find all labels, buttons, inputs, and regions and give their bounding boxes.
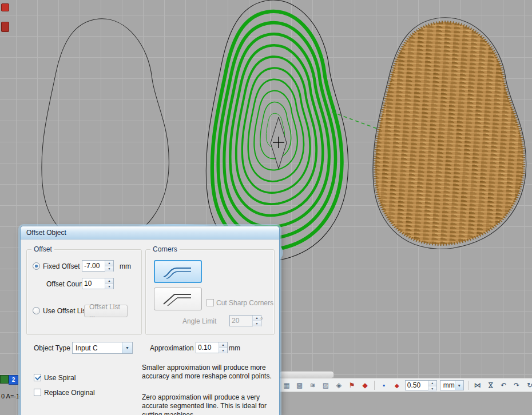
sharp-corner-icon: [161, 291, 195, 307]
replace-original-label: Replace Original: [44, 389, 95, 397]
offset-count-spinner: ▲ ▼: [105, 278, 113, 289]
spinner-down-icon[interactable]: ▼: [105, 284, 113, 289]
corners-group: Corners Cut Sharp Corners Angle Limit: [145, 249, 275, 335]
spinner-up-icon[interactable]: ▲: [105, 261, 113, 266]
exit-point-icon[interactable]: ◆: [392, 380, 402, 390]
fixed-offset-unit: mm: [120, 262, 131, 270]
dropdown-arrow-icon: ▼: [122, 342, 132, 353]
units-select[interactable]: mm ▼: [440, 380, 464, 390]
spinner-down-icon[interactable]: ▼: [253, 321, 261, 326]
stitch-density-icon[interactable]: ≋: [308, 380, 318, 390]
application-canvas: 2 0 A=-14 ▦ ▩ ≋ ▨ ◈ ⚑ ◆ ▪ ◆ ▲ ▼ mm ▼ ⋈ ⋈…: [0, 0, 532, 415]
outline-shape[interactable]: [42, 19, 169, 246]
approximation-note-1: Smaller approximation will produce more …: [142, 364, 275, 381]
cut-sharp-corners-label: Cut Sharp Corners: [216, 299, 273, 307]
dropdown-arrow-icon: ▼: [455, 381, 463, 390]
rounded-corners-button[interactable]: [154, 260, 202, 283]
horizontal-scrollbar[interactable]: [279, 371, 334, 378]
approximation-unit: mm: [229, 344, 240, 352]
offset-group-label: Offset: [31, 245, 54, 253]
stitched-shape[interactable]: [373, 18, 526, 249]
object-type-value: Input C: [76, 344, 98, 352]
rotate-left-icon[interactable]: ↶: [498, 380, 509, 390]
use-spiral-checkbox[interactable]: [34, 374, 41, 381]
fixed-offset-label: Fixed Offset: [43, 262, 80, 270]
fixed-offset-spinbox: ▲ ▼: [82, 260, 114, 272]
statusbar-filler: [279, 392, 532, 415]
approximation-spinner: ▲ ▼: [219, 342, 227, 353]
docked-red-tool-icon[interactable]: [1, 3, 9, 11]
rounded-corner-icon: [161, 264, 195, 280]
width-spinbox: ▲ ▼: [405, 380, 437, 390]
approximation-input[interactable]: [196, 342, 219, 353]
offset-count-spinbox: ▲ ▼: [82, 278, 114, 289]
offset-count-label: Offset Count: [46, 280, 85, 288]
reshape-icon[interactable]: ◈: [334, 380, 344, 390]
units-value: mm: [443, 381, 455, 389]
mirror-vertical-icon[interactable]: ⋈: [485, 380, 495, 390]
grid-icon[interactable]: ▦: [281, 380, 292, 390]
mirror-horizontal-icon[interactable]: ⋈: [473, 380, 483, 390]
use-spiral-label: Use Spiral: [44, 374, 76, 382]
connector-flag-icon[interactable]: ⚑: [347, 380, 357, 390]
corners-group-label: Corners: [150, 245, 180, 253]
bottom-toolbar: ▦ ▩ ≋ ▨ ◈ ⚑ ◆ ▪ ◆ ▲ ▼ mm ▼ ⋈ ⋈ ↶ ↷ ↻: [279, 378, 532, 392]
width-spinner: ▲ ▼: [428, 381, 436, 390]
dialog-titlebar[interactable]: Offset Object: [21, 226, 279, 240]
angle-limit-spinner: ▲ ▼: [252, 316, 261, 326]
break-apart-icon[interactable]: ◆: [360, 380, 370, 390]
offset-group: Offset Fixed Offset ▲ ▼ mm Offset Count …: [26, 249, 142, 335]
spinner-up-icon[interactable]: ▲: [219, 342, 227, 348]
rotate-reset-icon[interactable]: ↻: [525, 380, 532, 390]
rotate-right-icon[interactable]: ↷: [511, 380, 522, 390]
offset-list-button[interactable]: Offset List ...: [84, 305, 128, 317]
fixed-offset-radio[interactable]: [33, 262, 40, 270]
use-offset-list-radio[interactable]: [33, 307, 40, 314]
approximation-spinbox: ▲ ▼: [196, 342, 228, 353]
layer-color-swatch[interactable]: [0, 375, 9, 384]
cut-sharp-corners-checkbox[interactable]: [207, 299, 214, 306]
spinner-down-icon[interactable]: ▼: [428, 386, 436, 392]
offset-object-dialog: Offset Object Offset Fixed Offset ▲ ▼ mm…: [20, 226, 280, 415]
object-type-label: Object Type: [34, 344, 70, 352]
spinner-up-icon[interactable]: ▲: [105, 278, 113, 284]
offset-count-input[interactable]: [82, 278, 105, 289]
approximation-label: Approximation: [150, 344, 194, 352]
sharp-corners-button[interactable]: [154, 288, 202, 310]
layer-number-badge[interactable]: 2: [9, 375, 18, 385]
spinner-down-icon[interactable]: ▼: [105, 266, 113, 272]
dialog-body: Offset Fixed Offset ▲ ▼ mm Offset Count …: [21, 239, 279, 415]
fixed-offset-input[interactable]: [82, 261, 105, 271]
dialog-title: Offset Object: [26, 229, 66, 237]
approximation-note-2: Zero approximation will produce a very a…: [142, 393, 275, 415]
toolbar-separator: [374, 381, 375, 390]
mesh-icon[interactable]: ▩: [295, 380, 305, 390]
angle-limit-unit: °: [260, 316, 263, 324]
entry-point-icon[interactable]: ▪: [379, 380, 389, 390]
replace-original-checkbox[interactable]: [34, 389, 41, 396]
angle-limit-input[interactable]: [230, 316, 252, 326]
angle-limit-label: Angle Limit: [182, 317, 216, 325]
width-value-input[interactable]: [406, 381, 428, 390]
fill-pattern-icon[interactable]: ▨: [321, 380, 331, 390]
object-type-select[interactable]: Input C ▼: [72, 342, 133, 354]
spinner-up-icon[interactable]: ▲: [253, 316, 261, 321]
toolbar-separator: [468, 381, 469, 390]
angle-limit-spinbox: ▲ ▼: [229, 315, 261, 326]
use-offset-list-label: Use Offset List: [43, 307, 88, 315]
fixed-offset-spinner: ▲ ▼: [105, 261, 113, 271]
spinner-down-icon[interactable]: ▼: [219, 348, 227, 353]
spinner-up-icon[interactable]: ▲: [428, 381, 436, 386]
docked-red-panel-icon[interactable]: [1, 22, 9, 32]
